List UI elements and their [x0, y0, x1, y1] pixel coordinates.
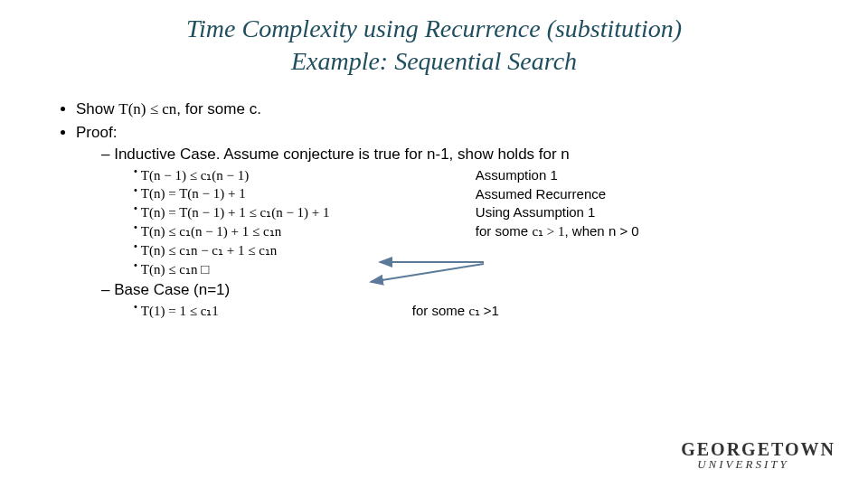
- logo-line-1: GEORGETOWN: [681, 440, 835, 458]
- bc1-note: for some c₁ >1: [412, 303, 825, 319]
- ic2-note: Assumed Recurrence: [476, 186, 825, 202]
- ic6-note: [476, 261, 825, 277]
- inductive-case-text: Inductive Case. Assume conjecture is tru…: [114, 145, 570, 163]
- bullet-proof: Proof: Inductive Case. Assume conjecture…: [76, 124, 825, 319]
- bc1-math: T(1) = 1 ≤ c₁1: [141, 303, 412, 319]
- ic3-note: Using Assumption 1: [476, 204, 825, 221]
- ic5-math: T(n) ≤ c₁n − c₁ + 1 ≤ c₁n: [141, 242, 476, 258]
- ic4-note: for some c₁ > 1, when n > 0: [476, 223, 825, 239]
- ic4-note-prefix: for some: [476, 223, 533, 239]
- ic1-math: T(n − 1) ≤ c₁(n − 1): [141, 167, 476, 183]
- base-line-1: T(1) = 1 ≤ c₁1 for some c₁ >1: [134, 303, 825, 319]
- show-math: T(n) ≤ cn: [118, 100, 176, 117]
- ic3-math: T(n) = T(n − 1) + 1 ≤ c₁(n − 1) + 1: [141, 204, 476, 221]
- inductive-line-2: T(n) = T(n − 1) + 1 Assumed Recurrence: [134, 186, 825, 202]
- inductive-line-1: T(n − 1) ≤ c₁(n − 1) Assumption 1: [134, 167, 825, 183]
- ic4-note-suffix: , when n > 0: [565, 223, 639, 239]
- slide-body: Show T(n) ≤ cn, for some c. Proof: Induc…: [0, 79, 868, 319]
- bc1-note-math: c₁: [468, 304, 483, 318]
- ic1-note: Assumption 1: [476, 167, 825, 183]
- inductive-line-6: T(n) ≤ c₁n □: [134, 261, 825, 277]
- proof-label: Proof:: [76, 124, 117, 141]
- inductive-case-header: Inductive Case. Assume conjecture is tru…: [101, 145, 825, 277]
- base-case-text: Base Case (n=1): [114, 281, 230, 298]
- title-line-1: Time Complexity using Recurrence (substi…: [186, 14, 682, 42]
- logo-line-2: UNIVERSITY: [681, 458, 835, 470]
- bullet-show: Show T(n) ≤ cn, for some c.: [76, 100, 825, 118]
- ic6-math: T(n) ≤ c₁n □: [141, 261, 476, 277]
- ic4-math: T(n) ≤ c₁(n − 1) + 1 ≤ c₁n: [141, 223, 476, 239]
- inductive-line-4: T(n) ≤ c₁(n − 1) + 1 ≤ c₁n for some c₁ >…: [134, 223, 825, 239]
- bc1-note-suffix: >1: [484, 303, 499, 318]
- georgetown-logo: GEORGETOWN UNIVERSITY: [681, 440, 835, 470]
- ic2-math: T(n) = T(n − 1) + 1: [141, 186, 476, 202]
- inductive-line-3: T(n) = T(n − 1) + 1 ≤ c₁(n − 1) + 1 Usin…: [134, 204, 825, 221]
- show-prefix: Show: [76, 100, 118, 117]
- base-case-header: Base Case (n=1) T(1) = 1 ≤ c₁1 for some …: [101, 281, 825, 319]
- title-line-2: Example: Sequential Search: [291, 47, 577, 75]
- ic5-note: [476, 242, 825, 258]
- show-suffix: , for some c.: [176, 100, 261, 117]
- inductive-line-5: T(n) ≤ c₁n − c₁ + 1 ≤ c₁n: [134, 242, 825, 258]
- ic4-note-math: c₁ > 1: [532, 224, 564, 239]
- slide-title: Time Complexity using Recurrence (substi…: [0, 0, 868, 79]
- bc1-note-prefix: for some: [412, 303, 469, 318]
